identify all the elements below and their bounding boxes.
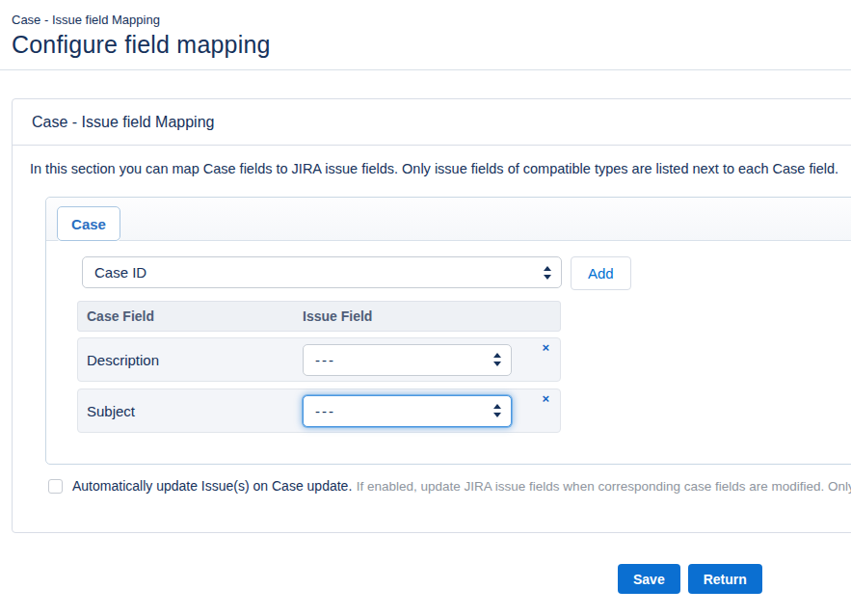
remove-row-icon[interactable]: × [542, 392, 549, 406]
card-body: In this section you can map Case fields … [13, 146, 851, 495]
table-row: Subject --- × [77, 388, 561, 433]
intro-text: In this section you can map Case fields … [30, 161, 851, 176]
tab-case[interactable]: Case [57, 206, 120, 241]
tab-strip: Case [46, 198, 851, 241]
action-bar: Save Return [618, 564, 762, 594]
field-picker-row: Case ID Add [82, 256, 851, 290]
breadcrumb[interactable]: Case - Issue field Mapping [12, 13, 851, 27]
issue-field-select[interactable]: --- [303, 395, 512, 427]
issue-field-select[interactable]: --- [303, 344, 512, 376]
issue-field-select-value: --- [315, 352, 335, 368]
auto-update-text: Automatically update Issue(s) on Case up… [72, 477, 851, 495]
case-field-label: Description [78, 352, 303, 368]
page-header: Case - Issue field Mapping Configure fie… [0, 0, 851, 70]
case-field-select-value: Case ID [94, 264, 146, 281]
table-row: Description --- × [77, 337, 561, 382]
auto-update-label: Automatically update Issue(s) on Case up… [72, 478, 352, 494]
save-button[interactable]: Save [618, 564, 680, 594]
mapping-table-header: Case Field Issue Field [77, 301, 561, 332]
tab-case-label: Case [71, 216, 106, 232]
tab-content: Case ID Add Case Field Issue Field Descr… [46, 241, 851, 464]
auto-update-checkbox[interactable] [48, 479, 63, 494]
column-header-case-field: Case Field [78, 308, 303, 324]
return-button[interactable]: Return [688, 564, 762, 594]
page-title: Configure field mapping [12, 31, 851, 59]
column-header-issue-field: Issue Field [303, 308, 372, 324]
issue-field-select-value: --- [315, 403, 335, 419]
auto-update-row: Automatically update Issue(s) on Case up… [48, 477, 851, 495]
add-button[interactable]: Add [571, 256, 631, 290]
auto-update-help: If enabled, update JIRA issue fields whe… [357, 479, 851, 494]
mapping-table: Case Field Issue Field Description --- ×… [77, 301, 561, 433]
remove-row-icon[interactable]: × [542, 341, 549, 355]
case-field-select[interactable]: Case ID [82, 256, 562, 288]
case-tab-panel: Case Case ID Add Case Field Issue Field [45, 197, 851, 465]
select-stepper-icon [492, 404, 502, 417]
card-title: Case - Issue field Mapping [13, 99, 851, 146]
select-stepper-icon [492, 353, 502, 366]
field-mapping-card: Case - Issue field Mapping In this secti… [12, 98, 851, 533]
case-field-label: Subject [78, 403, 303, 419]
select-stepper-icon [543, 266, 552, 280]
